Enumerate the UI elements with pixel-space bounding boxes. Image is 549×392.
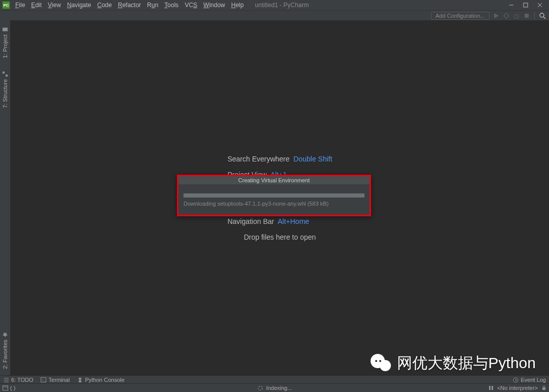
terminal-label: Terminal	[49, 377, 70, 383]
svg-point-27	[258, 386, 262, 390]
dialog-title: Creating Virtual Environment	[178, 176, 370, 184]
svg-rect-15	[3, 72, 5, 74]
stop-icon[interactable]	[523, 12, 530, 19]
svg-rect-10	[525, 14, 529, 18]
hint-drop-files: Drop files here to open	[227, 230, 332, 245]
event-log-label: Event Log	[521, 377, 546, 383]
add-configuration-button[interactable]: Add Configuration...	[431, 12, 490, 20]
svg-rect-14	[6, 75, 8, 77]
svg-marker-4	[494, 13, 499, 18]
dialog-message: Downloading setuptools-47.1.1-py3-none-a…	[184, 201, 364, 207]
menu-vcs[interactable]: VCS	[181, 1, 200, 10]
menu-edit[interactable]: Edit	[28, 1, 45, 10]
toolbar: Add Configuration...	[0, 10, 549, 21]
svg-rect-25	[3, 385, 8, 390]
menu-code[interactable]: Code	[94, 1, 115, 10]
menu-refactor[interactable]: Refactor	[115, 1, 144, 10]
interpreter-indicator[interactable]: <No interpreter>	[497, 385, 538, 391]
folder-icon	[2, 26, 8, 32]
hint-search-everywhere: Search Everywhere Double Shift	[227, 151, 332, 167]
run-icon[interactable]	[493, 12, 500, 19]
python-console-label: Python Console	[85, 377, 125, 383]
sidebar-project-label: 1: Project	[2, 35, 8, 58]
svg-marker-16	[3, 332, 8, 337]
menu-bar: PC File Edit View Navigate Code Refactor…	[0, 0, 549, 10]
bottom-tab-python-console[interactable]: Python Console	[77, 377, 125, 383]
python-icon	[77, 377, 83, 383]
sidebar-favorites-label: 2: Favorites	[2, 340, 8, 369]
status-bar: ( ) Indexing... <No interpreter>	[0, 383, 549, 392]
tool-windows-icon[interactable]	[2, 385, 8, 391]
svg-line-24	[515, 380, 517, 381]
todo-label: 6: TODO	[11, 377, 34, 383]
pause-icon[interactable]	[488, 385, 494, 391]
lock-icon[interactable]	[541, 385, 547, 391]
menu-file[interactable]: File	[12, 1, 28, 10]
svg-rect-30	[542, 387, 545, 390]
bottom-tab-terminal[interactable]: >_ Terminal	[41, 377, 70, 383]
structure-icon	[2, 71, 8, 77]
watermark-text: 网优大数据与Python	[397, 353, 536, 374]
toolbar-divider	[534, 12, 535, 19]
svg-rect-29	[492, 386, 493, 390]
window-title: untitled1 - PyCharm	[255, 2, 309, 9]
menu-run[interactable]: Run	[144, 1, 161, 10]
app-logo-icon: PC	[2, 1, 10, 9]
svg-line-12	[543, 17, 545, 19]
bottom-tab-event-log[interactable]: Event Log	[512, 377, 546, 383]
svg-point-5	[504, 14, 508, 18]
run-coverage-icon[interactable]	[513, 12, 520, 19]
terminal-icon: >_	[41, 377, 47, 383]
menu-tools[interactable]: Tools	[161, 1, 181, 10]
watermark: 网优大数据与Python	[371, 353, 536, 374]
spinner-icon	[257, 385, 263, 391]
star-icon	[2, 332, 8, 338]
list-icon	[3, 377, 9, 383]
sidebar-tab-favorites[interactable]: 2: Favorites	[1, 328, 9, 373]
svg-rect-1	[524, 3, 528, 7]
progress-fill	[184, 193, 364, 198]
wechat-icon	[371, 354, 393, 373]
hint-search-key: Double Shift	[293, 155, 332, 163]
svg-text:>_: >_	[42, 378, 46, 381]
progress-bar	[184, 193, 364, 198]
left-sidebar: 1: Project 7: Structure 2: Favorites	[0, 20, 11, 376]
event-log-icon	[512, 377, 518, 383]
sidebar-structure-label: 7: Structure	[2, 79, 8, 108]
status-left-text: ( )	[10, 385, 15, 391]
svg-rect-28	[489, 386, 491, 390]
hint-nav-key: Alt+Home	[278, 217, 309, 225]
hint-search-label: Search Everywhere	[227, 155, 289, 163]
hint-nav-label: Navigation Bar	[227, 217, 274, 225]
bottom-toolwindow-bar: 6: TODO >_ Terminal Python Console Event…	[0, 375, 549, 384]
debug-icon[interactable]	[503, 12, 510, 19]
window-minimize-button[interactable]	[504, 0, 518, 10]
menu-navigate[interactable]: Navigate	[64, 1, 94, 10]
search-icon[interactable]	[539, 12, 546, 19]
menu-view[interactable]: View	[45, 1, 64, 10]
menu-help[interactable]: Help	[228, 1, 247, 10]
window-close-button[interactable]	[533, 0, 547, 10]
svg-point-11	[540, 13, 544, 17]
bottom-tab-todo[interactable]: 6: TODO	[3, 377, 34, 383]
progress-dialog: Creating Virtual Environment Downloading…	[177, 175, 371, 216]
menu-window[interactable]: Window	[200, 1, 228, 10]
svg-rect-13	[3, 27, 8, 31]
status-indexing: Indexing...	[266, 385, 292, 391]
sidebar-tab-structure[interactable]: 7: Structure	[1, 67, 9, 112]
window-maximize-button[interactable]	[518, 0, 533, 10]
sidebar-tab-project[interactable]: 1: Project	[1, 22, 9, 62]
